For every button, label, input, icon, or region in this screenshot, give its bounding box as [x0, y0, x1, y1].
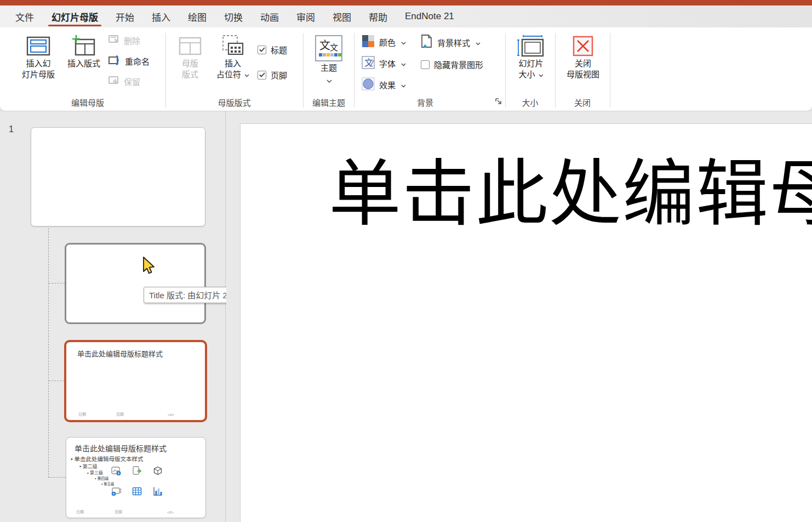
footer-checkbox-label: 页脚: [271, 69, 287, 81]
preserve-button[interactable]: 保留: [108, 76, 140, 87]
slide-master-thumbnail[interactable]: [31, 127, 205, 226]
layout-slidenumber-placeholder: <#>: [168, 413, 174, 417]
mouse-cursor-icon: [141, 256, 156, 278]
layout-date-placeholder: 日期: [78, 411, 86, 417]
layout-thumbnail-content[interactable]: 单击此处编辑母版标题样式 • 单击此处编辑母版文本样式 • 第二级 • 第三级 …: [66, 437, 206, 518]
svg-text:文: 文: [330, 43, 338, 52]
tab-draw[interactable]: 绘图: [188, 5, 207, 27]
checkbox-checked-icon: [258, 46, 266, 54]
group-label-edit-theme: 编辑主题: [305, 97, 353, 108]
master-layout-button[interactable]: 母版 版式: [172, 32, 208, 93]
colors-button[interactable]: 颜色: [362, 35, 406, 49]
footer-checkbox[interactable]: 页脚: [258, 69, 287, 81]
layout-connector-line: [48, 228, 49, 478]
rename-label: 重命名: [125, 55, 150, 67]
background-dialog-launcher[interactable]: [495, 98, 502, 107]
tab-slide-master-label: 幻灯片母版: [52, 10, 98, 24]
insert-placeholder-label-2: 占位符: [216, 70, 241, 79]
effects-icon: [362, 77, 375, 92]
group-label-size: 大小: [505, 97, 555, 108]
chevron-down-icon: [401, 37, 406, 47]
effects-button[interactable]: 效果: [362, 77, 406, 92]
layout-thumbnail-selected[interactable]: 单击此处编辑母版标题样式 日期 页脚 <#>: [64, 340, 207, 422]
background-styles-label: 背景样式: [437, 37, 470, 48]
group-label-close: 关闭: [555, 97, 610, 108]
rename-button[interactable]: 重命名: [108, 55, 150, 67]
delete-label: 删除: [124, 35, 140, 46]
close-master-view-button[interactable]: 关闭 母版视图: [560, 32, 606, 93]
fonts-label: 字体: [379, 58, 396, 69]
rename-icon: [108, 55, 121, 67]
layout-footer-placeholder: 页脚: [116, 411, 124, 417]
insert-layout-button[interactable]: 插入版式: [62, 32, 105, 93]
fonts-button[interactable]: 文 字体: [362, 56, 406, 71]
chevron-down-icon: [539, 69, 544, 80]
insert-video-icon: [111, 486, 121, 496]
insert-slide-master-label-1: 插入幻: [26, 58, 50, 69]
layout-body-level1: • 单击此处编辑母版文本样式: [71, 455, 144, 463]
title-checkbox-label: 标题: [271, 44, 287, 55]
slide-editing-area: 单击此处编辑母: [226, 111, 812, 522]
layout-slidenumber-placeholder: <#>: [167, 510, 174, 514]
checkbox-unchecked-icon: [421, 60, 430, 69]
title-checkbox[interactable]: 标题: [258, 44, 287, 55]
group-separator: [303, 33, 304, 107]
svg-text:文: 文: [319, 39, 330, 52]
slide-size-icon: [517, 34, 545, 58]
insert-layout-label: 插入版式: [67, 58, 100, 69]
insert-slide-master-icon: [26, 34, 51, 58]
layout-connector-stub: [49, 283, 65, 283]
layout-body-level5: • 第五级: [101, 481, 115, 486]
background-styles-button[interactable]: 背景样式: [420, 35, 481, 50]
insert-table-icon: [132, 486, 142, 496]
group-label-master-layout: 母版版式: [170, 97, 299, 108]
active-tab-underline: [48, 25, 101, 26]
layout-thumbnail-title[interactable]: [65, 243, 206, 324]
layout-title-placeholder: 单击此处编辑母版标题样式: [77, 348, 163, 359]
tab-transitions[interactable]: 切换: [224, 5, 243, 27]
group-separator: [165, 33, 166, 107]
tab-file[interactable]: 文件: [15, 5, 34, 27]
hide-background-graphics-checkbox[interactable]: 隐藏背景图形: [421, 59, 483, 70]
layout-body-level4: • 第四级: [95, 475, 108, 481]
insert-slide-master-button[interactable]: 插入幻 灯片母版: [15, 32, 62, 93]
master-title-placeholder[interactable]: 单击此处编辑母: [329, 156, 812, 232]
insert-placeholder-icon: [221, 34, 245, 58]
tab-animations[interactable]: 动画: [260, 5, 279, 27]
chevron-down-icon: [401, 59, 406, 68]
slide-size-button[interactable]: 幻灯片 大小: [511, 32, 551, 93]
slide-thumbnail-panel: 1 单击此处编辑母版标题样式 日期 页脚 <#> 单击此处编辑母版标题样式 • …: [0, 111, 226, 522]
preserve-icon: [108, 76, 120, 87]
colors-icon: [362, 35, 375, 49]
tab-slide-master[interactable]: 幻灯片母版: [52, 5, 98, 27]
slide-canvas[interactable]: 单击此处编辑母: [240, 123, 812, 522]
insert-placeholder-label-1: 插入: [225, 58, 241, 69]
group-separator: [610, 33, 610, 107]
master-layout-icon: [178, 34, 202, 58]
chevron-down-icon: [244, 69, 249, 80]
group-label-edit-master: 编辑母版: [11, 97, 164, 108]
stock-image-icon: [111, 466, 121, 476]
tab-endnote[interactable]: EndNote 21: [405, 5, 454, 27]
themes-button[interactable]: 文 文 主题: [312, 32, 345, 93]
slide-size-label-1: 幻灯片: [518, 58, 543, 69]
background-styles-icon: [420, 35, 433, 50]
tab-view[interactable]: 视图: [333, 5, 351, 27]
preserve-label: 保留: [124, 76, 140, 87]
tab-insert[interactable]: 插入: [152, 5, 170, 27]
chevron-down-icon: [327, 75, 332, 86]
tab-review[interactable]: 审阅: [296, 5, 315, 27]
titlebar-accent-strip: [0, 0, 812, 5]
insert-placeholder-button[interactable]: 插入 占位符: [213, 32, 253, 93]
insert-smartart-icon: [132, 466, 142, 476]
master-slide-number: 1: [9, 124, 14, 134]
group-label-background: 背景: [354, 97, 496, 108]
layout-connector-stub: [49, 477, 66, 478]
tab-help[interactable]: 帮助: [369, 5, 387, 27]
close-master-view-label-2: 母版视图: [567, 69, 599, 80]
tab-home[interactable]: 开始: [116, 5, 134, 27]
ribbon-tab-strip: 文件 幻灯片母版 开始 插入 绘图 切换 动画 审阅 视图 帮助 EndNote…: [0, 5, 812, 27]
layout-footer-placeholder: 页脚: [115, 509, 122, 514]
layout-date-placeholder: 日期: [76, 509, 84, 514]
delete-button[interactable]: 删除: [108, 35, 140, 46]
